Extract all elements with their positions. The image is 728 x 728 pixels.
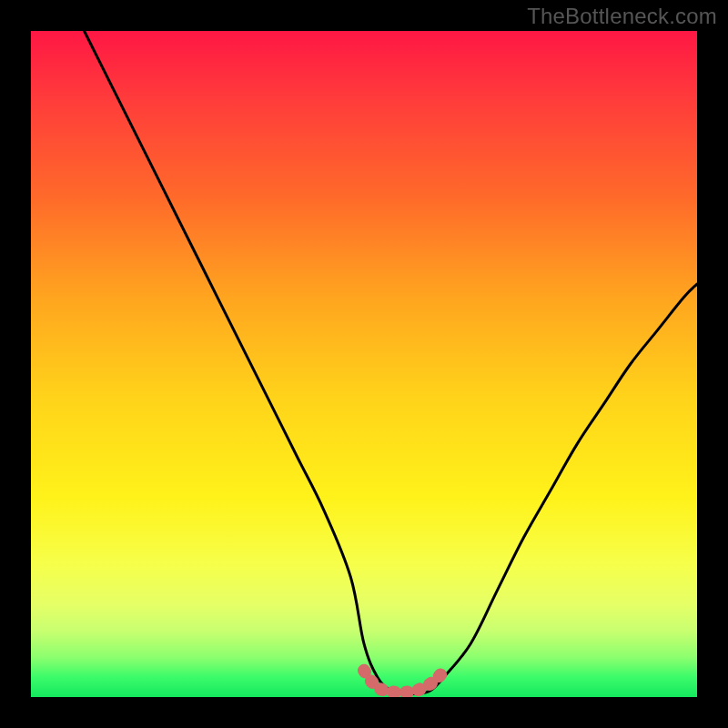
bottleneck-curve [85, 31, 697, 694]
watermark-label: TheBottleneck.com [527, 4, 717, 29]
plot-area [31, 31, 697, 697]
chart-frame: TheBottleneck.com [0, 0, 728, 728]
chart-svg [31, 31, 697, 697]
